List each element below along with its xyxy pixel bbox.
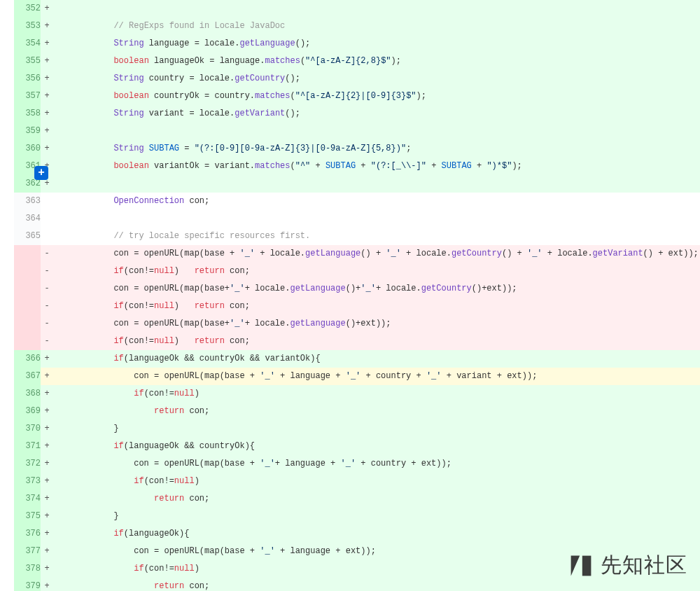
old-line-number	[0, 18, 14, 35]
diff-marker: +	[41, 105, 53, 123]
code-content[interactable]: boolean languageOk = language.matches("^…	[53, 53, 700, 70]
new-line-number: 366	[14, 350, 41, 368]
diff-line[interactable]: 376+ if(languageOk){	[0, 525, 700, 543]
new-line-number: 360	[14, 140, 41, 158]
code-content[interactable]: if(con!=null)	[53, 473, 700, 490]
code-content[interactable]: String language = locale.getLanguage();	[53, 35, 700, 53]
diff-marker: +	[41, 525, 53, 543]
diff-line[interactable]: 367+ con = openURL(map(base + '_' + lang…	[0, 368, 700, 385]
code-content[interactable]: if(con!=null) return con;	[53, 298, 700, 315]
code-content[interactable]: if(con!=null) return con;	[53, 263, 700, 280]
old-line-number	[0, 578, 14, 591]
diff-line[interactable]: 365 // try locale specific resources fir…	[0, 228, 700, 245]
code-content[interactable]: con = openURL(map(base+'_'+ locale.getLa…	[53, 280, 700, 298]
diff-marker: +	[41, 18, 53, 35]
code-content[interactable]: con = openURL(map(base + '_'+ language +…	[53, 455, 700, 473]
old-line-number	[0, 140, 14, 158]
diff-line[interactable]: - con = openURL(map(base + '_' + locale.…	[0, 245, 700, 263]
diff-line[interactable]: 361+ boolean variantOk = variant.matches…	[0, 158, 700, 175]
code-content[interactable]: }	[53, 508, 700, 525]
old-line-number	[0, 315, 14, 333]
diff-marker: +	[41, 578, 53, 591]
new-line-number: 377	[14, 543, 41, 560]
diff-line[interactable]: 373+ if(con!=null)	[0, 473, 700, 490]
code-content[interactable]: if(con!=null)	[53, 385, 700, 403]
new-line-number: 371	[14, 438, 41, 455]
new-line-number: 370	[14, 420, 41, 438]
diff-line[interactable]: - if(con!=null) return con;	[0, 263, 700, 280]
diff-line[interactable]: - if(con!=null) return con;	[0, 333, 700, 350]
code-content[interactable]	[53, 0, 700, 18]
diff-line[interactable]: 374+ return con;	[0, 490, 700, 508]
diff-line[interactable]: 370+ }	[0, 420, 700, 438]
old-line-number	[0, 53, 14, 70]
code-content[interactable]: con = openURL(map(base + '_' + locale.ge…	[53, 245, 700, 263]
diff-marker: -	[41, 298, 53, 315]
diff-line[interactable]: 363 OpenConnection con;	[0, 193, 700, 210]
code-content[interactable]: boolean countryOk = country.matches("^[a…	[53, 88, 700, 105]
diff-line[interactable]: - if(con!=null) return con;	[0, 298, 700, 315]
code-content[interactable]: if(languageOk && countryOk){	[53, 438, 700, 455]
diff-line[interactable]: 371+ if(languageOk && countryOk){	[0, 438, 700, 455]
old-line-number	[0, 0, 14, 18]
code-content[interactable]: // RegExps found in Locale JavaDoc	[53, 18, 700, 35]
code-content[interactable]: String SUBTAG = "(?:[0-9][0-9a-zA-Z]{3}|…	[53, 140, 700, 158]
code-content[interactable]: String variant = locale.getVariant();	[53, 105, 700, 123]
code-content[interactable]: String country = locale.getCountry();	[53, 70, 700, 88]
diff-line[interactable]: 366+ if(languageOk && countryOk && varia…	[0, 350, 700, 368]
diff-marker: +	[41, 455, 53, 473]
old-line-number	[0, 35, 14, 53]
diff-line[interactable]: - con = openURL(map(base+'_'+ locale.get…	[0, 315, 700, 333]
code-content[interactable]: if(languageOk && countryOk && variantOk)…	[53, 350, 700, 368]
new-line-number	[14, 280, 41, 298]
old-line-number	[0, 298, 14, 315]
diff-table: 352+353+ // RegExps found in Locale Java…	[0, 0, 700, 591]
diff-line[interactable]: 358+ String variant = locale.getVariant(…	[0, 105, 700, 123]
diff-marker: +	[41, 385, 53, 403]
watermark-logo-icon	[568, 553, 594, 578]
code-content[interactable]: con = openURL(map(base + '_' + language …	[53, 368, 700, 385]
code-content[interactable]: if(con!=null) return con;	[53, 333, 700, 350]
diff-line[interactable]: 356+ String country = locale.getCountry(…	[0, 70, 700, 88]
watermark: 先知社区	[568, 551, 687, 580]
diff-marker: +	[41, 140, 53, 158]
diff-line[interactable]: 364	[0, 210, 700, 228]
code-content[interactable]: con = openURL(map(base+'_'+ locale.getLa…	[53, 315, 700, 333]
diff-marker: +	[41, 543, 53, 560]
code-content[interactable]: OpenConnection con;	[53, 193, 700, 210]
code-content[interactable]: }	[53, 420, 700, 438]
diff-line[interactable]: 355+ boolean languageOk = language.match…	[0, 53, 700, 70]
old-line-number	[0, 228, 14, 245]
code-content[interactable]: return con;	[53, 403, 700, 420]
code-content[interactable]	[53, 210, 700, 228]
new-line-number: 373	[14, 473, 41, 490]
code-content[interactable]	[53, 175, 700, 193]
code-content[interactable]: boolean variantOk = variant.matches("^" …	[53, 158, 700, 175]
code-content[interactable]: // try locale specific resources first.	[53, 228, 700, 245]
add-comment-button[interactable]: +	[34, 166, 48, 180]
diff-line[interactable]: 369+ return con;	[0, 403, 700, 420]
old-line-number	[0, 403, 14, 420]
new-line-number: 359	[14, 123, 41, 140]
diff-line[interactable]: 368+ if(con!=null)	[0, 385, 700, 403]
code-content[interactable]: if(languageOk){	[53, 525, 700, 543]
old-line-number	[0, 88, 14, 105]
code-content[interactable]: return con;	[53, 490, 700, 508]
diff-line[interactable]: 360+ String SUBTAG = "(?:[0-9][0-9a-zA-Z…	[0, 140, 700, 158]
diff-line[interactable]: 362+	[0, 175, 700, 193]
diff-marker: +	[41, 490, 53, 508]
diff-line[interactable]: - con = openURL(map(base+'_'+ locale.get…	[0, 280, 700, 298]
diff-line[interactable]: 352+	[0, 0, 700, 18]
new-line-number	[14, 245, 41, 263]
diff-line[interactable]: 357+ boolean countryOk = country.matches…	[0, 88, 700, 105]
diff-marker: +	[41, 35, 53, 53]
diff-line[interactable]: 375+ }	[0, 508, 700, 525]
diff-marker	[41, 228, 53, 245]
code-content[interactable]	[53, 123, 700, 140]
new-line-number: 353	[14, 18, 41, 35]
diff-line[interactable]: 372+ con = openURL(map(base + '_'+ langu…	[0, 455, 700, 473]
old-line-number	[0, 193, 14, 210]
diff-line[interactable]: 353+ // RegExps found in Locale JavaDoc	[0, 18, 700, 35]
diff-line[interactable]: 354+ String language = locale.getLanguag…	[0, 35, 700, 53]
diff-line[interactable]: 359+	[0, 123, 700, 140]
